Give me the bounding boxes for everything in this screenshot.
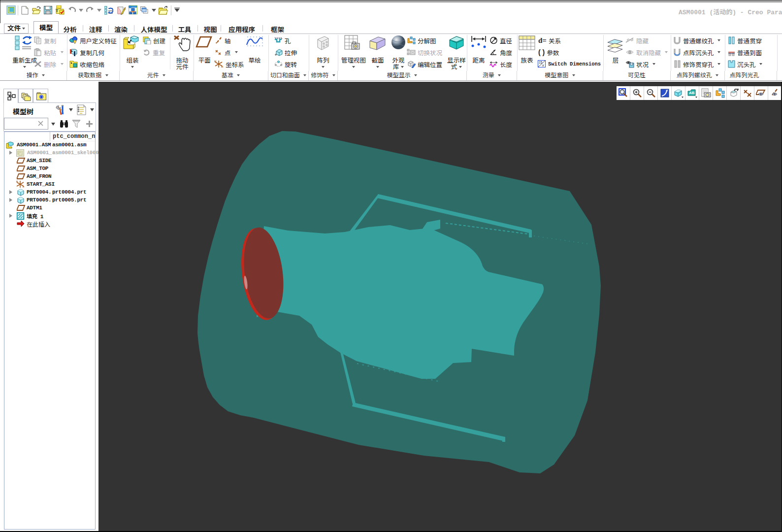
svg-text:AB: AB	[689, 91, 695, 95]
svg-text:x: x	[542, 64, 544, 67]
svg-text:T: T	[56, 8, 59, 13]
